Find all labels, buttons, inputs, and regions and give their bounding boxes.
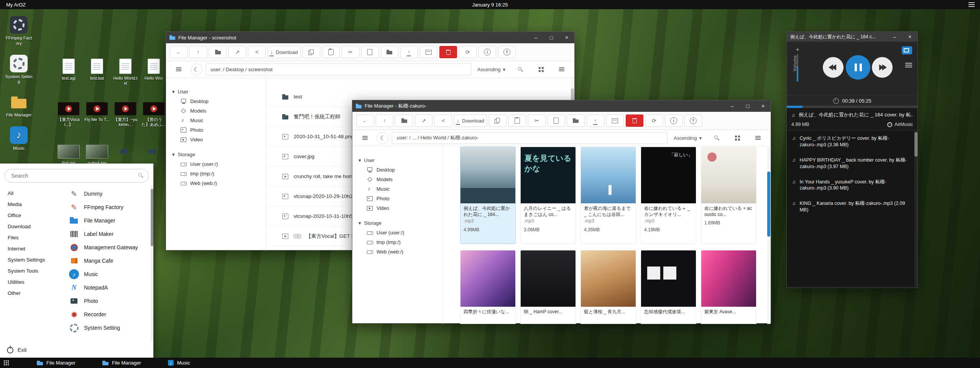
scrollbar[interactable] (767, 146, 770, 324)
search-input[interactable] (5, 169, 149, 183)
open-button[interactable] (395, 114, 413, 127)
desktop-icon[interactable]: output.jpg (84, 145, 110, 165)
scrollbar[interactable] (914, 131, 918, 286)
sidebar-item[interactable]: Music (166, 116, 266, 125)
refresh-button[interactable]: ⟳ (645, 114, 663, 127)
sort-dropdown[interactable]: Ascending▾ (474, 67, 508, 72)
maximize-button[interactable]: □ (544, 32, 559, 43)
dark-mode-moon-icon[interactable]: ☾ (191, 64, 202, 75)
list-toggle-icon[interactable] (170, 63, 187, 75)
category-item[interactable]: Files (8, 235, 64, 240)
new-file-button[interactable] (361, 46, 379, 58)
minimize-button[interactable]: – (887, 32, 902, 42)
new-folder-button[interactable] (381, 46, 398, 58)
list-view-icon[interactable] (749, 132, 767, 144)
sidebar-item[interactable]: Web (web:/) (352, 247, 442, 257)
app-list-item[interactable]: Photo (69, 296, 147, 306)
volume-slider[interactable]: + Volume (796, 46, 799, 82)
taskbar-item[interactable]: Music (162, 358, 196, 368)
app-list-item[interactable]: FFmpeg Factory (69, 202, 147, 212)
breadcrumb[interactable]: user: / ... / Hello World / 柘榴-zakuro- (392, 132, 668, 144)
sidebar-item[interactable]: Models (166, 106, 266, 116)
up-button[interactable]: ↑ (189, 46, 207, 58)
sort-dropdown[interactable]: Ascending▾ (671, 135, 705, 141)
download-button[interactable]: ↓Download (454, 114, 487, 127)
sidebar-item[interactable]: Desktop (352, 165, 442, 175)
search-icon[interactable] (511, 63, 529, 75)
app-list-item[interactable]: Manga Cafe (69, 256, 147, 266)
sidebar-section-user[interactable]: ▾User (352, 155, 442, 165)
playlist-item[interactable]: ♫ KING _ Kanaria cover. by 柘榴-zakuro-.mp… (787, 196, 918, 218)
sidebar-item[interactable]: Models (352, 175, 442, 184)
sidebar-item[interactable]: tmp (tmp:/) (352, 237, 442, 247)
new-file-button[interactable] (548, 114, 565, 127)
file-card[interactable]: 紫東京 Avase... (701, 250, 756, 324)
help-button[interactable]: ? (684, 114, 702, 127)
app-launcher-icon[interactable] (4, 360, 9, 366)
list-view-icon[interactable] (553, 63, 571, 75)
copy-button[interactable] (303, 46, 320, 58)
open-button[interactable] (209, 46, 227, 58)
sidebar-item[interactable]: User (user:/) (166, 159, 266, 169)
exit-button[interactable]: Exit (0, 341, 153, 359)
desktop-icon[interactable]: Hello Wor (141, 59, 166, 86)
sidebar-item[interactable]: Photo (166, 125, 266, 135)
file-card[interactable]: 例えば、今此処に置かれた花に _ 164... .mp3 4.99MB (460, 147, 516, 244)
close-button[interactable]: × (559, 32, 574, 43)
playlist-item[interactable]: ♫ Cynic _ ポリスピカデリー cover. by 柘榴-zakuro-.… (787, 131, 918, 152)
copy-button[interactable] (489, 114, 506, 127)
close-button[interactable]: × (755, 100, 771, 112)
archive-button[interactable] (420, 46, 437, 58)
category-item[interactable]: Other (8, 290, 64, 296)
open-new-window-button[interactable]: ↗ (229, 46, 246, 58)
up-button[interactable]: ↑ (376, 114, 393, 127)
playlist-item[interactable]: ♫ HAPPY BIRTHDAY _ back number cover. by… (787, 152, 918, 174)
title-bar[interactable]: File Manager - screenshot – □ × (166, 32, 574, 43)
file-card[interactable]: 藍と薄桜 _ 青九月... (580, 250, 636, 324)
sidebar-item[interactable]: Music (352, 184, 442, 194)
desktop-icon[interactable]: test.agi (56, 59, 81, 86)
file-card[interactable]: 命に嫌われている + acoustic co... 1.69MB (701, 147, 756, 244)
app-list-item[interactable]: Label Maker (69, 229, 147, 239)
new-folder-button[interactable] (567, 114, 585, 127)
category-item[interactable]: All (8, 190, 64, 196)
category-item[interactable]: Internet (8, 246, 64, 252)
playlist-item[interactable]: ♫ In Your Hands _ yusukeP cover. by 柘榴-z… (787, 174, 918, 196)
app-list-item[interactable]: Dummy (69, 189, 147, 199)
file-card[interactable]: 君が夜の海に還るまで _ こんにちは谷田... .mp3 4.35MB (580, 147, 636, 244)
share-button[interactable]: < (434, 114, 452, 127)
paste-button[interactable] (322, 46, 340, 58)
breadcrumb[interactable]: user: / Desktop / screenshot (206, 64, 471, 75)
desktop-icon[interactable]: Hello World.txt (113, 59, 138, 86)
paste-button[interactable] (508, 114, 526, 127)
download-button[interactable]: ↓Download (268, 46, 301, 58)
archive-button[interactable] (606, 114, 624, 127)
desktop-icon[interactable]: 【東方Vocal...】 (56, 102, 81, 127)
desktop-icon[interactable]: 【東方】~yu kimin... (113, 102, 138, 127)
sidebar-item[interactable]: Video (166, 135, 266, 144)
app-list-item[interactable]: NotepadA (69, 283, 147, 293)
search-icon[interactable] (708, 132, 725, 144)
sidebar-item[interactable]: Photo (352, 194, 442, 203)
cut-button[interactable]: ✂ (342, 46, 359, 58)
desktop-icon[interactable]: 【豈のうた】あめふ... (141, 102, 166, 127)
properties-button[interactable]: i (665, 114, 682, 127)
maximize-button[interactable]: □ (740, 100, 755, 112)
volume-plus[interactable]: + (796, 46, 799, 52)
sidebar-section-user[interactable]: ▾User (166, 87, 266, 96)
category-item[interactable]: System Tools (8, 268, 64, 274)
upload-button[interactable]: ↑ (400, 46, 418, 58)
desktop-icon[interactable]: test.bat (84, 59, 110, 86)
delete-button[interactable] (626, 114, 643, 127)
app-list-item[interactable]: File Manager (69, 216, 147, 226)
sidebar-section-storage[interactable]: ▾Storage (352, 218, 442, 228)
file-card[interactable]: 「寂しい」 命に嫌われている＋ _ カンザキイオリ... .mp3 4.19MB (641, 147, 696, 244)
cast-icon[interactable] (902, 46, 912, 54)
scrollbar[interactable] (151, 186, 153, 341)
back-button[interactable]: ← (356, 114, 374, 127)
desktop-icon[interactable]: Fly Me To T... (84, 102, 110, 127)
title-bar[interactable]: 例えば、今此処に置かれた花に _ 164 c... – × (787, 32, 918, 42)
desktop-icon[interactable]: FFmpeg Factory (5, 16, 33, 46)
desktop-icon[interactable] (141, 145, 166, 165)
dark-mode-moon-icon[interactable]: ☾ (377, 132, 389, 144)
